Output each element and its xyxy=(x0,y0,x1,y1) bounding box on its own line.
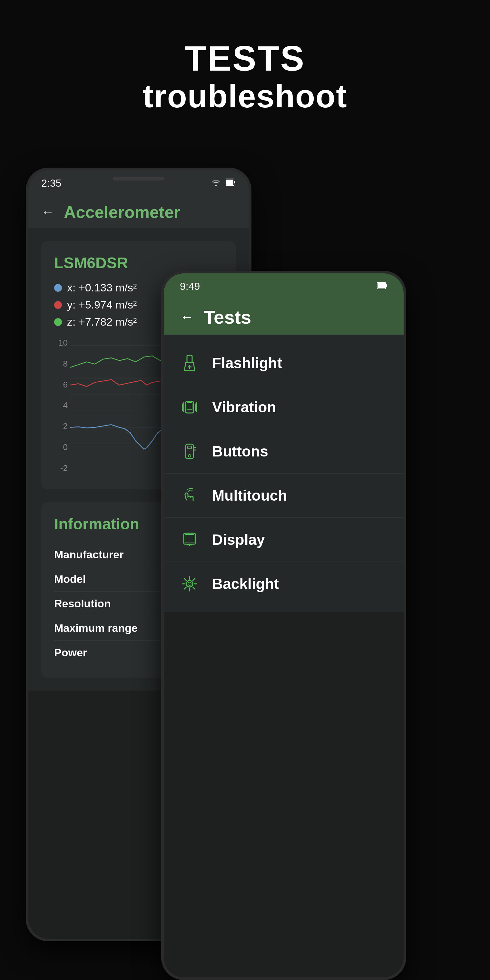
svg-rect-1 xyxy=(234,181,235,183)
back-button-left[interactable]: ← xyxy=(41,205,54,220)
app-title-right: Tests xyxy=(204,306,251,328)
legend-dot-x xyxy=(54,284,62,292)
svg-rect-28 xyxy=(185,535,194,543)
phone-right-inner: 9:49 ← Tests xyxy=(164,274,404,977)
svg-rect-2 xyxy=(226,180,233,185)
test-item-display[interactable]: Display xyxy=(164,518,404,562)
y-label-0: 0 xyxy=(54,442,70,452)
y-label-neg2: -2 xyxy=(54,463,70,473)
battery-icon-right xyxy=(377,281,388,291)
app-title-left: Accelerometer xyxy=(64,202,180,222)
test-label-multitouch: Multitouch xyxy=(212,487,287,504)
svg-point-23 xyxy=(188,455,191,457)
test-label-vibration: Vibration xyxy=(212,398,276,416)
test-label-display: Display xyxy=(212,531,265,548)
status-time-right: 9:49 xyxy=(180,280,200,293)
status-icons-left xyxy=(210,178,236,189)
display-icon xyxy=(180,530,199,549)
back-button-right[interactable]: ← xyxy=(180,309,194,325)
battery-icon-left xyxy=(226,178,236,189)
phones-area: 2:35 xyxy=(0,161,490,980)
hero-section: TESTS troubleshoot xyxy=(0,39,490,115)
app-bar-left: ← Accelerometer xyxy=(29,196,249,228)
info-label-manufacturer: Manufacturer xyxy=(54,548,124,561)
status-bar-left: 2:35 xyxy=(29,170,249,196)
test-label-flashlight: Flashlight xyxy=(212,354,282,372)
svg-point-31 xyxy=(186,581,193,587)
test-label-backlight: Backlight xyxy=(212,575,279,592)
legend-label-z: z: +7.782 m/s² xyxy=(67,316,137,328)
test-item-flashlight[interactable]: Flashlight xyxy=(164,341,404,385)
buttons-icon xyxy=(180,442,199,461)
svg-rect-24 xyxy=(188,446,191,449)
sensor-name: LSM6DSR xyxy=(54,254,223,272)
legend-label-y: y: +5.974 m/s² xyxy=(67,299,137,311)
svg-line-37 xyxy=(185,579,186,581)
y-label-2: 2 xyxy=(54,422,70,431)
svg-rect-17 xyxy=(187,402,192,410)
test-list: Flashlight Vibration xyxy=(164,335,404,612)
svg-rect-12 xyxy=(378,283,385,288)
wifi-icon xyxy=(210,178,222,189)
y-label-10: 10 xyxy=(54,338,70,348)
chart-y-labels: 10 8 6 4 2 0 -2 xyxy=(54,335,70,476)
phone-notch xyxy=(113,177,164,181)
status-bar-right: 9:49 xyxy=(164,274,404,299)
svg-line-40 xyxy=(185,587,186,589)
y-label-6: 6 xyxy=(54,380,70,390)
svg-rect-13 xyxy=(187,355,192,362)
vibration-icon xyxy=(180,398,199,417)
test-label-buttons: Buttons xyxy=(212,442,268,460)
test-item-backlight[interactable]: Backlight xyxy=(164,562,404,606)
phone-right: 9:49 ← Tests xyxy=(161,271,406,980)
svg-point-32 xyxy=(188,582,191,585)
info-label-resolution: Resolution xyxy=(54,597,111,610)
info-label-maxrange: Maximum range xyxy=(54,622,138,635)
legend-dot-y xyxy=(54,301,62,309)
multitouch-icon xyxy=(180,486,199,505)
legend-label-x: x: +0.133 m/s² xyxy=(67,282,137,294)
test-item-vibration[interactable]: Vibration xyxy=(164,385,404,430)
svg-line-39 xyxy=(193,579,195,581)
svg-rect-11 xyxy=(385,284,387,287)
hero-title: TESTS xyxy=(0,39,490,78)
app-bar-right: ← Tests xyxy=(164,299,404,335)
y-label-8: 8 xyxy=(54,359,70,369)
legend-dot-z xyxy=(54,318,62,326)
status-time-left: 2:35 xyxy=(41,177,61,189)
info-label-power: Power xyxy=(54,646,87,659)
y-label-4: 4 xyxy=(54,400,70,410)
flashlight-icon xyxy=(180,353,199,373)
info-label-model: Model xyxy=(54,573,86,585)
backlight-icon xyxy=(180,574,199,593)
test-item-buttons[interactable]: Buttons xyxy=(164,430,404,474)
svg-line-38 xyxy=(193,587,195,589)
hero-subtitle: troubleshoot xyxy=(0,78,490,115)
test-item-multitouch[interactable]: Multitouch xyxy=(164,474,404,518)
